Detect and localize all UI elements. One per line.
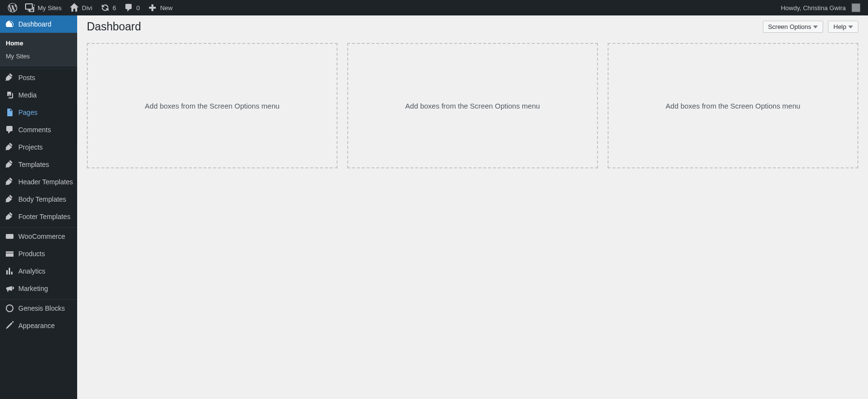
comment-icon xyxy=(124,3,134,13)
placeholder-text: Add boxes from the Screen Options menu xyxy=(665,102,800,110)
menu-projects-label: Projects xyxy=(18,143,73,151)
help-label: Help xyxy=(833,23,846,30)
admin-sidebar: Dashboard Home My Sites Posts Media Page… xyxy=(0,15,77,399)
my-sites-label: My Sites xyxy=(38,4,62,12)
submenu-my-sites[interactable]: My Sites xyxy=(0,50,77,63)
woocommerce-icon xyxy=(5,232,14,241)
update-icon xyxy=(100,3,110,13)
dashboard-placeholder-1: Add boxes from the Screen Options menu xyxy=(87,43,338,168)
menu-body-templates-label: Body Templates xyxy=(18,195,73,203)
pin-icon xyxy=(5,142,14,152)
menu-footer-templates[interactable]: Footer Templates xyxy=(0,208,77,225)
menu-dashboard[interactable]: Dashboard xyxy=(0,15,77,33)
menu-products-label: Products xyxy=(18,250,73,258)
menu-templates[interactable]: Templates xyxy=(0,156,77,173)
menu-media[interactable]: Media xyxy=(0,86,77,104)
menu-header-templates-label: Header Templates xyxy=(18,178,73,186)
my-sites-menu[interactable]: My Sites xyxy=(21,0,66,15)
menu-posts-label: Posts xyxy=(18,74,73,82)
wp-logo-menu[interactable] xyxy=(4,0,21,15)
menu-marketing-label: Marketing xyxy=(18,285,73,292)
placeholder-text: Add boxes from the Screen Options menu xyxy=(405,102,540,110)
updates-count: 6 xyxy=(113,4,116,12)
main-wrap: Dashboard Home My Sites Posts Media Page… xyxy=(0,15,868,399)
page-header-actions: Screen Options Help xyxy=(763,21,858,33)
menu-comments-label: Comments xyxy=(18,126,73,134)
content-area: Dashboard Screen Options Help Add boxes … xyxy=(77,15,868,399)
menu-footer-templates-label: Footer Templates xyxy=(18,213,73,220)
menu-analytics-label: Analytics xyxy=(18,267,73,275)
pin-icon xyxy=(5,73,14,83)
products-icon xyxy=(5,249,14,259)
dashboard-columns: Add boxes from the Screen Options menu A… xyxy=(87,43,858,168)
help-button[interactable]: Help xyxy=(828,21,858,33)
pin-icon xyxy=(5,177,14,187)
site-name-menu[interactable]: Divi xyxy=(66,0,96,15)
menu-analytics[interactable]: Analytics xyxy=(0,262,77,280)
dashboard-placeholder-2: Add boxes from the Screen Options menu xyxy=(347,43,598,168)
menu-pages[interactable]: Pages All Pages Add New 1 xyxy=(0,104,77,121)
screen-options-button[interactable]: Screen Options xyxy=(763,21,824,33)
comments-count: 0 xyxy=(136,4,140,12)
appearance-icon xyxy=(5,321,14,330)
dashboard-placeholder-3: Add boxes from the Screen Options menu xyxy=(608,43,858,168)
menu-marketing[interactable]: Marketing xyxy=(0,280,77,297)
menu-genesis-blocks[interactable]: Genesis Blocks xyxy=(0,300,77,317)
dashboard-submenu: Home My Sites xyxy=(0,33,77,67)
menu-appearance-label: Appearance xyxy=(18,322,73,330)
svg-point-1 xyxy=(6,305,13,312)
comments-menu[interactable]: 0 xyxy=(120,0,144,15)
new-label: New xyxy=(160,4,173,12)
avatar xyxy=(852,3,860,12)
comment-icon xyxy=(5,125,14,135)
menu-header-templates[interactable]: Header Templates xyxy=(0,173,77,191)
pin-icon xyxy=(5,212,14,221)
menu-products[interactable]: Products xyxy=(0,245,77,262)
menu-templates-label: Templates xyxy=(18,161,73,168)
menu-media-label: Media xyxy=(18,91,73,99)
chevron-down-icon xyxy=(813,26,818,28)
page-header: Dashboard Screen Options Help xyxy=(87,15,858,43)
menu-comments[interactable]: Comments xyxy=(0,121,77,138)
menu-pages-label: Pages xyxy=(18,109,73,116)
pin-icon xyxy=(5,194,14,204)
menu-dashboard-label: Dashboard xyxy=(18,20,73,28)
admin-bar-right: Howdy, Christina Gwira xyxy=(777,0,864,15)
screen-options-label: Screen Options xyxy=(768,23,812,30)
home-icon xyxy=(69,3,79,13)
menu-woocommerce[interactable]: WooCommerce xyxy=(0,228,77,245)
wordpress-icon xyxy=(8,3,17,13)
admin-bar-left: My Sites Divi 6 0 New xyxy=(4,0,176,15)
plus-icon xyxy=(148,3,157,13)
admin-bar: My Sites Divi 6 0 New xyxy=(0,0,868,15)
site-name-label: Divi xyxy=(82,4,93,12)
chevron-down-icon xyxy=(848,26,853,28)
menu-woocommerce-label: WooCommerce xyxy=(18,233,73,240)
marketing-icon xyxy=(5,284,14,293)
updates-menu[interactable]: 6 xyxy=(96,0,120,15)
genesis-icon xyxy=(5,303,14,313)
new-content-menu[interactable]: New xyxy=(144,0,176,15)
howdy-text: Howdy, Christina Gwira xyxy=(781,4,846,12)
menu-genesis-blocks-label: Genesis Blocks xyxy=(18,304,73,312)
analytics-icon xyxy=(5,266,14,276)
menu-appearance[interactable]: Appearance xyxy=(0,317,77,334)
media-icon xyxy=(5,90,14,100)
my-account-menu[interactable]: Howdy, Christina Gwira xyxy=(777,0,864,15)
page-title: Dashboard xyxy=(87,20,141,33)
pin-icon xyxy=(5,160,14,169)
svg-rect-0 xyxy=(6,234,14,239)
submenu-home[interactable]: Home xyxy=(0,37,77,50)
placeholder-text: Add boxes from the Screen Options menu xyxy=(145,102,279,110)
menu-posts[interactable]: Posts xyxy=(0,69,77,86)
page-icon xyxy=(5,108,14,117)
menu-projects[interactable]: Projects xyxy=(0,138,77,156)
dashboard-icon xyxy=(5,19,14,29)
network-icon xyxy=(25,3,35,13)
admin-menu: Dashboard Home My Sites Posts Media Page… xyxy=(0,15,77,334)
menu-body-templates[interactable]: Body Templates xyxy=(0,191,77,208)
